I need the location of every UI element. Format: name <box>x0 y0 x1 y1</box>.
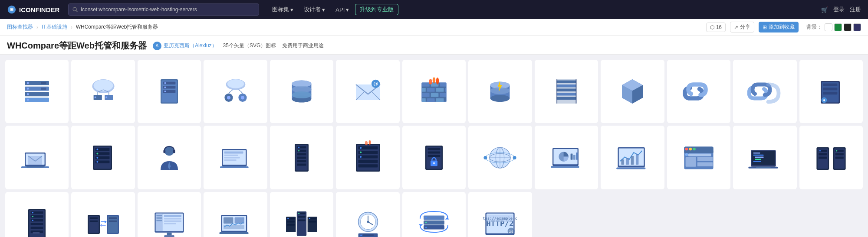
svg-rect-55 <box>422 83 430 87</box>
svg-rect-146 <box>428 148 441 150</box>
svg-rect-58 <box>422 88 426 92</box>
icon-cms-screen[interactable] <box>138 192 201 237</box>
count-badge: ⬡ 16 <box>706 23 726 32</box>
swatch-green[interactable] <box>834 23 842 31</box>
svg-rect-253 <box>298 220 306 221</box>
svg-point-21 <box>94 97 96 98</box>
search-input[interactable] <box>81 6 255 13</box>
icon-grid: @ <box>5 60 863 237</box>
svg-point-46 <box>292 91 312 98</box>
add-to-collection-button[interactable]: ⊞ 添加到收藏 <box>759 22 799 32</box>
svg-point-157 <box>513 156 516 159</box>
icon-chain-link-2[interactable] <box>733 60 796 123</box>
icon-laptop-email[interactable] <box>5 126 69 189</box>
nav-iconsets[interactable]: 图标集 ▾ <box>268 4 298 15</box>
icon-server-stack-2[interactable] <box>402 192 466 237</box>
icon-server-cluster[interactable] <box>270 192 333 237</box>
search-bar[interactable] <box>68 3 259 16</box>
svg-rect-112 <box>164 149 166 153</box>
icon-http2-screen[interactable]: HTTP/2 https://example.com 2.0 <box>468 192 532 237</box>
svg-rect-91 <box>823 84 837 86</box>
icon-database-power[interactable] <box>468 60 532 123</box>
svg-point-257 <box>298 213 299 214</box>
svg-rect-252 <box>298 216 306 218</box>
icon-laptop-screen[interactable] <box>204 126 267 189</box>
svg-rect-127 <box>297 156 306 159</box>
svg-rect-180 <box>685 157 696 166</box>
svg-rect-224 <box>108 221 116 222</box>
icon-server-unit[interactable] <box>138 60 201 123</box>
svg-point-28 <box>164 82 166 84</box>
register-link[interactable]: 注册 <box>850 6 861 13</box>
svg-rect-64 <box>440 93 446 97</box>
svg-rect-244 <box>219 232 248 234</box>
icon-laptop-dashboard[interactable] <box>204 192 267 237</box>
icon-secure-server[interactable] <box>799 60 863 123</box>
icon-server-stack[interactable] <box>5 60 69 123</box>
breadcrumb-sep-2: › <box>71 24 72 30</box>
icon-server-rack[interactable] <box>535 60 598 123</box>
nav-api[interactable]: API ▾ <box>331 5 353 15</box>
author-name[interactable]: 亚历克西斯（Alexiuz） <box>164 42 217 49</box>
icon-web-browser[interactable] <box>667 126 730 189</box>
svg-rect-80 <box>557 89 576 91</box>
swatch-navy[interactable] <box>853 23 861 31</box>
svg-rect-220 <box>89 221 97 222</box>
svg-point-107 <box>96 149 98 150</box>
svg-rect-169 <box>626 158 629 165</box>
svg-rect-219 <box>89 218 97 219</box>
swatch-dark[interactable] <box>844 23 852 31</box>
icon-laptop-code[interactable] <box>733 126 796 189</box>
svg-point-150 <box>433 162 435 164</box>
icon-server-pair[interactable] <box>799 126 863 189</box>
icon-email[interactable]: @ <box>336 60 399 123</box>
icon-cloud-servers[interactable] <box>71 60 135 123</box>
svg-rect-65 <box>422 98 426 102</box>
svg-rect-237 <box>167 233 172 235</box>
icon-dark-rack[interactable] <box>336 126 399 189</box>
svg-rect-178 <box>693 147 695 150</box>
icon-dark-server[interactable] <box>71 126 135 189</box>
swatch-white[interactable] <box>825 23 832 31</box>
svg-rect-249 <box>287 221 295 223</box>
breadcrumb-home[interactable]: 图标查找器 <box>7 23 33 31</box>
breadcrumb-current: WHCompare等距Web托管和服务器 <box>76 23 158 31</box>
svg-marker-226 <box>100 224 102 227</box>
icon-database[interactable] <box>270 60 333 123</box>
login-link[interactable]: 登录 <box>833 6 845 13</box>
svg-point-29 <box>164 87 166 88</box>
svg-rect-189 <box>755 159 761 159</box>
icon-firewall[interactable] <box>402 60 466 123</box>
svg-rect-12 <box>41 88 46 90</box>
icon-cloud-transfer[interactable] <box>204 60 267 123</box>
svg-point-204 <box>836 150 837 151</box>
breadcrumb: 图标查找器 › IT基础设施 › WHCompare等距Web托管和服务器 <box>7 23 706 31</box>
icon-analytics-screen[interactable] <box>601 126 664 189</box>
svg-point-40 <box>241 96 244 100</box>
cart-icon[interactable]: 🛒 <box>821 6 828 13</box>
icon-server-box[interactable] <box>601 60 664 123</box>
icon-clock-server[interactable] <box>336 192 399 237</box>
icon-server-transfer[interactable] <box>71 192 135 237</box>
nav-designers[interactable]: 设计者 ▾ <box>299 4 329 15</box>
svg-marker-225 <box>105 221 107 223</box>
logo[interactable]: ICONFINDER <box>7 5 59 14</box>
icon-dark-tower[interactable] <box>5 192 69 237</box>
svg-marker-271 <box>419 224 423 227</box>
svg-point-39 <box>227 96 230 100</box>
author-badge: A 亚历克西斯（Alexiuz） <box>153 42 217 50</box>
svg-rect-203 <box>835 156 843 159</box>
svg-rect-148 <box>428 155 441 157</box>
icon-chain-link-1[interactable] <box>667 60 730 123</box>
nav-upgrade[interactable]: 升级到专业版 <box>355 4 398 15</box>
share-button[interactable]: ↗ 分享 <box>730 22 754 32</box>
breadcrumb-category[interactable]: IT基础设施 <box>42 23 67 31</box>
icon-tall-server[interactable] <box>270 126 333 189</box>
icon-support-agent[interactable] <box>138 126 201 189</box>
svg-rect-66 <box>427 98 435 102</box>
svg-line-38 <box>238 90 241 91</box>
icon-encrypted-server[interactable] <box>402 126 466 189</box>
icon-laptop-monitor[interactable] <box>535 126 598 189</box>
icon-globe-network[interactable] <box>468 126 532 189</box>
svg-rect-231 <box>157 218 162 219</box>
